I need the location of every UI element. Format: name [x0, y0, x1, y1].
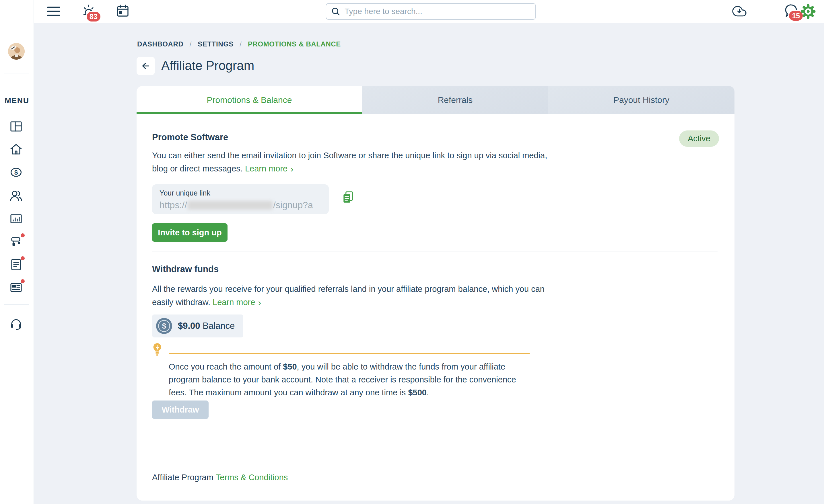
- top-bar: 83 15: [0, 0, 824, 23]
- copy-link-button[interactable]: [341, 191, 354, 204]
- search-input[interactable]: [340, 7, 535, 16]
- withdraw-learn-more-link[interactable]: Learn more›: [213, 297, 261, 307]
- breadcrumb-separator: /: [190, 40, 192, 48]
- balance-text: $9.00 Balance: [178, 321, 235, 331]
- page-title: Affiliate Program: [161, 56, 254, 75]
- search-box: [326, 3, 536, 20]
- sidebar-item-home[interactable]: [9, 142, 24, 156]
- promote-learn-more-link[interactable]: Learn more›: [245, 164, 294, 173]
- avatar[interactable]: [8, 43, 25, 59]
- app-screen: MENU $: [0, 0, 824, 504]
- tab-label: Payout History: [613, 95, 670, 105]
- terms-and-conditions-link[interactable]: Terms & Conditions: [216, 473, 288, 482]
- lightbulb-icon: [152, 343, 163, 356]
- marketing-icon: [9, 235, 23, 248]
- back-button[interactable]: [136, 57, 155, 75]
- tip-part: Once you reach the amount of: [169, 362, 283, 371]
- calendar-button[interactable]: [116, 4, 129, 17]
- tab-bar: Promotions & Balance Referrals Payout Hi…: [136, 86, 734, 114]
- tab-promotions-balance[interactable]: Promotions & Balance: [136, 86, 362, 114]
- promotions-balance-panel: Promote Software Active You can either s…: [136, 114, 734, 501]
- coin-icon: $: [156, 318, 173, 335]
- learn-more-label: Learn more: [245, 164, 288, 173]
- withdraw-description-text: All the rewards you receive for your qua…: [152, 284, 544, 307]
- withdraw-heading: Withdraw funds: [152, 264, 219, 274]
- footer-text: Affiliate Program: [152, 473, 213, 482]
- svg-text:$: $: [14, 169, 18, 176]
- gear-icon: [800, 3, 817, 20]
- analytics-icon: [9, 212, 23, 225]
- withdraw-description: All the rewards you receive for your qua…: [152, 282, 554, 309]
- balance-label: Balance: [203, 321, 235, 331]
- chevron-right-icon: ›: [290, 162, 294, 175]
- menu-label: MENU: [0, 96, 34, 105]
- breadcrumb-settings[interactable]: SETTINGS: [198, 40, 233, 48]
- balance-amount: $9.00: [178, 321, 200, 331]
- breadcrumb-dashboard[interactable]: DASHBOARD: [137, 40, 183, 48]
- news-icon: [9, 281, 23, 294]
- promote-heading: Promote Software: [152, 132, 228, 142]
- messages-button[interactable]: 15: [784, 4, 799, 18]
- hamburger-menu-button[interactable]: [47, 7, 61, 16]
- tab-payout-history[interactable]: Payout History: [548, 86, 734, 114]
- sidebar-item-dashboard[interactable]: [9, 119, 24, 134]
- customers-icon: [9, 189, 23, 203]
- notification-dot: [21, 256, 25, 260]
- breadcrumb-separator: /: [239, 40, 241, 48]
- sidebar-item-billing[interactable]: $: [9, 165, 24, 179]
- tip-part: .: [427, 388, 429, 397]
- tab-referrals[interactable]: Referrals: [362, 86, 548, 114]
- invite-to-sign-up-button[interactable]: Invite to sign up: [152, 223, 227, 242]
- downloads-button[interactable]: [732, 4, 747, 18]
- sidebar-item-documents[interactable]: [9, 257, 24, 272]
- section-divider: [152, 251, 718, 251]
- svg-text:$: $: [162, 322, 167, 330]
- tab-label: Referrals: [438, 95, 473, 105]
- calendar-icon: [116, 4, 129, 17]
- balance-chip: $ $9.00 Balance: [152, 314, 243, 338]
- breadcrumb: DASHBOARD / SETTINGS / PROMOTIONS & BALA…: [137, 40, 341, 48]
- link-suffix: /signup?a: [273, 200, 313, 210]
- unique-link-value: https:///signup?a: [160, 200, 321, 211]
- hamburger-icon: [47, 7, 61, 16]
- unique-link-field[interactable]: Your unique link https:///signup?a: [152, 184, 329, 214]
- promote-description: You can either send the email invitation…: [152, 149, 559, 175]
- arrow-left-icon: [141, 61, 150, 71]
- sidebar-item-news[interactable]: [9, 280, 24, 295]
- link-prefix: https://: [160, 200, 187, 210]
- sidebar-item-support[interactable]: [9, 316, 24, 330]
- sidebar-item-analytics[interactable]: [9, 212, 24, 226]
- sidebar-item-customers[interactable]: [9, 188, 24, 203]
- sidebar-item-marketing[interactable]: [9, 235, 24, 249]
- notifications-button[interactable]: 83: [82, 5, 96, 18]
- notification-dot: [21, 279, 25, 283]
- notifications-badge: 83: [86, 11, 101, 22]
- tip-text: Once you reach the amount of $50, you wi…: [169, 360, 536, 399]
- sidebar-divider: [4, 73, 29, 74]
- withdraw-button[interactable]: Withdraw: [152, 400, 209, 419]
- unique-link-label: Your unique link: [160, 189, 321, 197]
- active-tab-indicator: [136, 112, 362, 114]
- billing-icon: $: [9, 166, 23, 179]
- tab-label: Promotions & Balance: [207, 95, 292, 105]
- sidebar-divider: [4, 304, 29, 305]
- promote-description-text: You can either send the email invitation…: [152, 151, 547, 173]
- cloud-download-icon: [732, 4, 747, 18]
- support-icon: [9, 317, 23, 330]
- settings-button[interactable]: [800, 3, 817, 20]
- status-badge: Active: [679, 130, 719, 147]
- tip-rule: [169, 353, 530, 354]
- breadcrumb-current: PROMOTIONS & BALANCE: [248, 40, 341, 48]
- card-footer: Affiliate ProgramTerms & Conditions: [152, 473, 288, 482]
- tip-callout: [152, 343, 163, 356]
- documents-icon: [9, 258, 23, 271]
- home-icon: [9, 143, 23, 156]
- dashboard-icon: [9, 120, 23, 133]
- search-icon: [331, 7, 340, 16]
- notification-dot: [21, 233, 25, 237]
- avatar-image: [8, 43, 25, 59]
- learn-more-label: Learn more: [213, 297, 255, 307]
- tip-threshold-amount: $50: [283, 362, 297, 371]
- affiliate-card: Promotions & Balance Referrals Payout Hi…: [136, 86, 734, 501]
- sidebar: MENU $: [0, 0, 34, 504]
